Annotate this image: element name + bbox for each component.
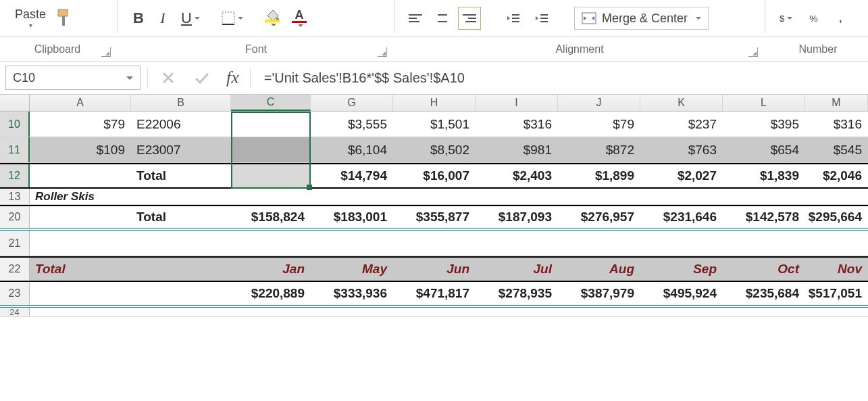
cell-G20[interactable]: $183,001 (311, 206, 393, 228)
row-header-22[interactable]: 22 (0, 258, 30, 281)
align-left-button[interactable] (404, 7, 427, 30)
cell-G11[interactable]: $6,104 (311, 137, 393, 162)
cell-M10[interactable]: $316 (805, 112, 868, 137)
cell-J11[interactable]: $872 (558, 137, 640, 162)
cell-C20[interactable]: $158,824 (231, 206, 311, 228)
comma-format-button[interactable]: , (829, 7, 851, 30)
cell-A23[interactable] (30, 282, 131, 305)
cell-G12[interactable]: $14,794 (311, 164, 393, 187)
cell-G10[interactable]: $3,555 (311, 112, 393, 137)
cell-I11[interactable]: $981 (476, 137, 558, 162)
cell-J22[interactable]: Aug (558, 258, 640, 281)
cell-J13[interactable] (558, 189, 640, 204)
bold-button[interactable]: B (128, 7, 149, 30)
cell-K12[interactable]: $2,027 (640, 164, 723, 187)
cell-B22[interactable] (131, 258, 231, 281)
cell-B20[interactable]: Total (131, 206, 231, 228)
paste-button[interactable]: Paste ▾ (7, 1, 54, 35)
cell-H13[interactable] (393, 189, 476, 204)
cell-L21[interactable] (723, 231, 805, 256)
cell-L12[interactable]: $1,839 (723, 164, 805, 187)
cell-A21[interactable] (30, 231, 131, 256)
row-header-21[interactable]: 21 (0, 231, 30, 256)
cell-M21[interactable] (805, 231, 868, 256)
decrease-indent-button[interactable] (501, 7, 526, 30)
cell-G22[interactable]: May (311, 258, 393, 281)
cell-K20[interactable]: $231,646 (640, 206, 723, 228)
cell-H10[interactable]: $1,501 (393, 112, 476, 137)
cell-A11[interactable]: $109 (30, 137, 131, 162)
col-header-K[interactable]: K (640, 95, 723, 111)
cell-H12[interactable]: $16,007 (393, 164, 476, 187)
col-header-G[interactable]: G (311, 95, 393, 111)
cell-K13[interactable] (640, 189, 723, 204)
cell-J12[interactable]: $1,899 (558, 164, 640, 187)
align-center-button[interactable] (431, 7, 454, 30)
cell-K23[interactable]: $495,924 (640, 282, 723, 305)
col-header-A[interactable]: A (30, 95, 131, 111)
row-header-12[interactable]: 12 (0, 164, 30, 187)
col-header-M[interactable]: M (805, 95, 868, 111)
row-header-13[interactable]: 13 (0, 189, 30, 204)
font-dialog-launcher[interactable] (378, 47, 387, 57)
cell-B21[interactable] (131, 231, 231, 256)
cell-C22[interactable]: Jan (231, 258, 311, 281)
cell-H22[interactable]: Jun (393, 258, 476, 281)
cell-A10[interactable]: $79 (30, 112, 131, 137)
cell-J10[interactable]: $79 (558, 112, 640, 137)
cell-H20[interactable]: $355,877 (393, 206, 476, 228)
cell-L13[interactable] (723, 189, 805, 204)
cell-M13[interactable] (805, 189, 868, 204)
cell-H21[interactable] (393, 231, 476, 256)
cell-C23[interactable]: $220,889 (231, 282, 311, 305)
cell-L10[interactable]: $395 (723, 112, 805, 137)
cell-I20[interactable]: $187,093 (476, 206, 558, 228)
cell-B13[interactable] (131, 189, 231, 204)
cell-C11[interactable] (231, 137, 311, 162)
fill-color-button[interactable] (260, 7, 284, 30)
cell-G21[interactable] (311, 231, 393, 256)
col-header-J[interactable]: J (558, 95, 640, 111)
cell-H23[interactable]: $471,817 (393, 282, 476, 305)
format-painter-button[interactable] (54, 7, 77, 30)
insert-function-button[interactable]: fx (222, 68, 243, 88)
alignment-dialog-launcher[interactable] (748, 47, 758, 57)
cancel-formula-button[interactable] (155, 67, 182, 89)
cell-I21[interactable] (476, 231, 558, 256)
row-header-11[interactable]: 11 (0, 137, 30, 162)
cell-C12[interactable] (231, 164, 311, 187)
cell-M22[interactable]: Nov (805, 258, 868, 281)
accept-formula-button[interactable] (188, 67, 215, 89)
underline-button[interactable]: U (176, 7, 205, 30)
cell-L11[interactable]: $654 (723, 137, 805, 162)
currency-format-button[interactable]: $ (775, 7, 797, 30)
cell-K11[interactable]: $763 (640, 137, 723, 162)
row-header-24[interactable]: 24 (0, 308, 30, 316)
col-header-I[interactable]: I (476, 95, 558, 111)
cell-G23[interactable]: $333,936 (311, 282, 393, 305)
cell-B12[interactable]: Total (131, 164, 231, 187)
borders-button[interactable] (217, 7, 248, 30)
cell-M11[interactable]: $545 (805, 137, 868, 162)
cell-A13[interactable]: Roller Skis (30, 189, 131, 204)
col-header-H[interactable]: H (393, 95, 476, 111)
align-right-button[interactable] (458, 7, 481, 30)
cell-G13[interactable] (311, 189, 393, 204)
cell-K21[interactable] (640, 231, 723, 256)
cell-A20[interactable] (30, 206, 131, 228)
cell-I23[interactable]: $278,935 (476, 282, 558, 305)
cell-J23[interactable]: $387,979 (558, 282, 640, 305)
row-header-20[interactable]: 20 (0, 206, 30, 228)
italic-button[interactable]: I (152, 7, 174, 30)
name-box[interactable]: C10 (5, 66, 141, 90)
cell-K10[interactable]: $237 (640, 112, 723, 137)
cell-M20[interactable]: $295,664 (805, 206, 868, 228)
cell-L20[interactable]: $142,578 (723, 206, 805, 228)
col-header-B[interactable]: B (131, 95, 231, 111)
cell-A12[interactable] (30, 164, 131, 187)
cell-A22[interactable]: Total (30, 258, 131, 281)
percent-format-button[interactable]: % (802, 7, 824, 30)
cell-J21[interactable] (558, 231, 640, 256)
cell-C10[interactable] (231, 112, 311, 137)
cell-I22[interactable]: Jul (476, 258, 558, 281)
